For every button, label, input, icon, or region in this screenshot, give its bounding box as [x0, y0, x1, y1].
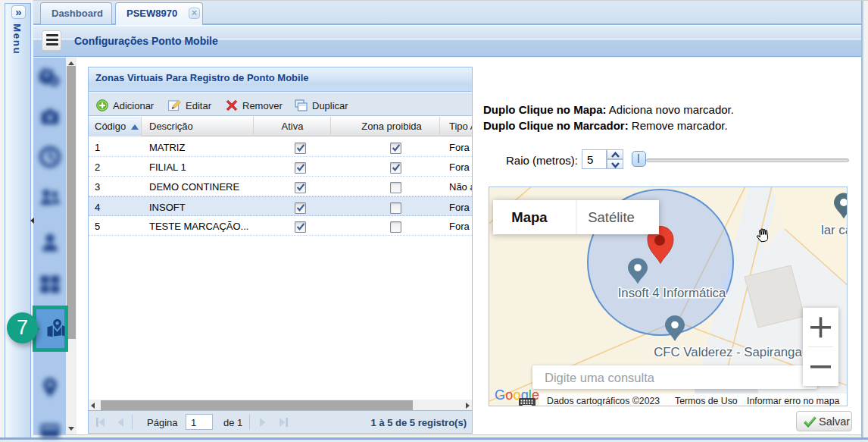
svg-text:Digite uma consulta: Digite uma consulta: [545, 371, 655, 384]
svg-text:Termos de Uso: Termos de Uso: [675, 396, 738, 406]
svg-text:Insoft 4 Informática: Insoft 4 Informática: [618, 286, 726, 300]
svg-text:Dados cartográficos ©2023: Dados cartográficos ©2023: [547, 396, 660, 406]
svg-text:lar ca: lar ca: [821, 223, 848, 237]
svg-text:Satélite: Satélite: [588, 209, 635, 225]
svg-text:Informar erro no mapa: Informar erro no mapa: [747, 396, 839, 406]
svg-text:Mapa: Mapa: [511, 209, 548, 225]
svg-text:CFC Valderez - Sapiranga: CFC Valderez - Sapiranga: [654, 345, 802, 359]
